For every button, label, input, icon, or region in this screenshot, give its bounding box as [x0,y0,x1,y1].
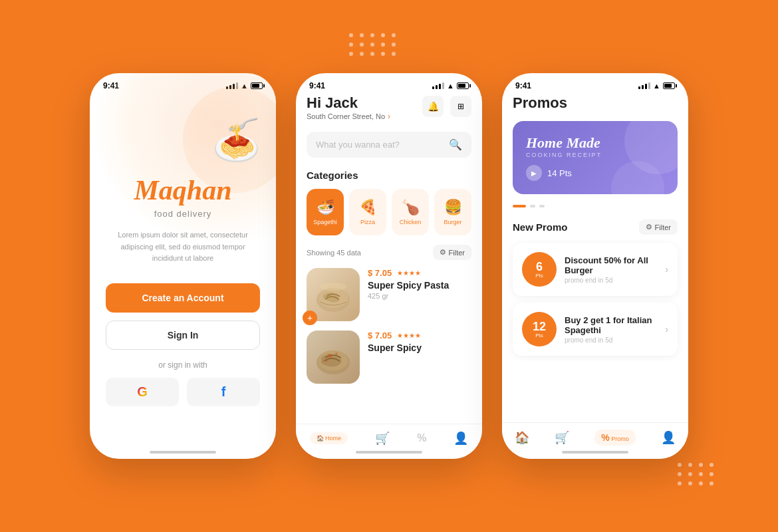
promo-end-1: promo end in 5d [565,277,657,284]
wifi-icon-2: ▲ [447,82,454,90]
food-rating-1: ★★★★ [397,269,421,277]
cart-icon-3: 🛒 [555,430,569,445]
home-indicator-3 [562,451,628,454]
description-text: Lorem ipsum dolor sit amet, consectetur … [106,229,260,265]
pizza-label: Pizza [360,219,375,225]
google-sign-in-button[interactable]: G [106,378,179,406]
promo-name-2: Buy 2 get 1 for Italian Spagethi [565,315,657,335]
grid-icon: ⊞ [457,102,464,111]
location-arrow[interactable]: › [388,112,390,121]
notification-button[interactable]: 🔔 [422,96,444,117]
social-buttons: G f [106,378,260,406]
facebook-sign-in-button[interactable]: f [187,378,260,406]
home-indicator-2 [356,451,422,454]
phone-home: 9:41 ▲ Hi Jack South Corner [296,73,482,459]
logo-container: Maqhan [106,174,260,206]
nav3-home[interactable]: 🏠 [515,430,529,445]
burger-label: Burger [444,219,461,225]
phones-container: 🍝 9:41 ▲ Maqhan food deli [90,73,688,459]
nav-discount[interactable]: % [417,432,426,444]
food-name-1: Super Spicy Pasta [368,280,471,291]
search-placeholder: What you wanna eat? [316,140,400,150]
food-info-2: $ 7.05 ★★★★ Super Spicy [368,331,471,354]
price-rating-row-2: $ 7.05 ★★★★ [368,331,471,340]
promo-info-2: Buy 2 get 1 for Italian Spagethi promo e… [565,315,657,344]
promo-end-2: promo end in 5d [565,336,657,344]
food-price-2: $ 7.05 [368,331,392,340]
signal-icon-2 [432,82,444,89]
profile-icon: 👤 [454,431,468,446]
home-icon-3: 🏠 [515,430,529,445]
status-bar-2: 9:41 ▲ [296,73,482,94]
discount-icon: % [417,432,426,444]
carousel-indicators [513,205,678,207]
filter-button[interactable]: ⚙ Filter [433,245,471,260]
promo-filter-button[interactable]: ⚙ Filter [639,219,678,235]
decorative-dots-top [349,33,397,56]
banner-subtitle: COOKING RECEIPT [526,152,664,158]
food-image-wrap-1: + [307,268,360,321]
nav-home-bg: 🏠 Home [310,432,348,444]
category-item-burger[interactable]: 🍔 Burger [434,189,471,235]
promo-banner[interactable]: Home Made COOKING RECEIPT ▶ 14 Pts [513,121,678,194]
nav-profile[interactable]: 👤 [454,431,468,446]
home-icon: 🏠 [317,435,324,442]
play-button[interactable]: ▶ [526,165,542,181]
status-time-3: 9:41 [515,81,531,90]
greeting: Hi Jack [307,94,390,112]
home-label: Home [325,435,341,442]
filter-label: Filter [449,249,465,257]
status-bar-3: 9:41 ▲ [502,73,688,94]
decorative-dots-bottom [678,463,715,485]
tagline: food delivery [106,209,260,219]
nav3-profile[interactable]: 👤 [661,430,676,445]
grid-menu-button[interactable]: ⊞ [450,96,471,117]
food-card-1: + $ 7.05 ★★★★ Super Spicy Pasta 425 gr [307,268,471,321]
category-item-pizza[interactable]: 🍕 Pizza [349,189,386,235]
promo-card-2[interactable]: 12 Pts Buy 2 get 1 for Italian Spagethi … [513,303,678,356]
location-text: South Corner Street, No [307,112,385,120]
spagethi-label: Spagethi [313,219,337,225]
pasta-svg-2 [313,339,353,376]
indicator-2[interactable] [530,205,535,207]
svg-point-6 [335,352,338,355]
new-promo-header: New Promo ⚙ Filter [513,219,678,235]
indicator-1[interactable] [513,205,526,207]
pts-label-2: Pts [535,332,543,338]
pizza-icon: 🍕 [359,199,377,216]
categories-row: 🍜 Spagethi 🍕 Pizza 🍗 Chicken 🍔 Burger [307,189,471,235]
add-to-cart-button-1[interactable]: + [303,311,317,325]
nav3-promo[interactable]: % Promo [594,430,635,446]
chicken-label: Chicken [400,219,422,225]
sign-in-button[interactable]: Sign In [106,321,260,350]
create-account-button[interactable]: Create an Account [106,283,260,313]
promo-nav-label: Promo [611,436,629,442]
category-item-chicken[interactable]: 🍗 Chicken [392,189,429,235]
nav-home[interactable]: 🏠 Home [310,432,348,444]
pts-number-1: 6 [536,261,543,273]
indicator-3[interactable] [539,205,545,207]
signal-icon-3 [638,82,650,89]
chicken-icon: 🍗 [402,199,420,216]
search-bar[interactable]: What you wanna eat? 🔍 [307,132,471,158]
battery-icon [251,82,263,89]
home-content: Hi Jack South Corner Street, No › 🔔 ⊞ [296,94,482,384]
food-image-wrap-2 [307,331,360,384]
banner-pts-row: ▶ 14 Pts [526,165,664,181]
nav-cart[interactable]: 🛒 [375,431,390,446]
promo-arrow-2: › [665,324,668,334]
svg-point-5 [328,354,332,358]
app-logo: Maqhan [134,175,231,205]
category-item-spagethi[interactable]: 🍜 Spagethi [307,189,344,235]
food-name-2: Super Spicy [368,342,471,353]
filter-row: Showing 45 data ⚙ Filter [307,245,471,260]
promo-card-1[interactable]: 6 Pts Discount 50% for All Burger promo … [513,243,678,296]
status-time-2: 9:41 [309,81,325,90]
nav3-cart[interactable]: 🛒 [555,430,569,445]
svg-point-7 [325,359,328,362]
categories-title: Categories [307,170,471,181]
banner-pts: 14 Pts [547,168,572,178]
promo-arrow-1: › [665,264,668,275]
spagethi-icon: 🍜 [317,199,334,216]
status-icons-3: ▲ [638,82,675,90]
